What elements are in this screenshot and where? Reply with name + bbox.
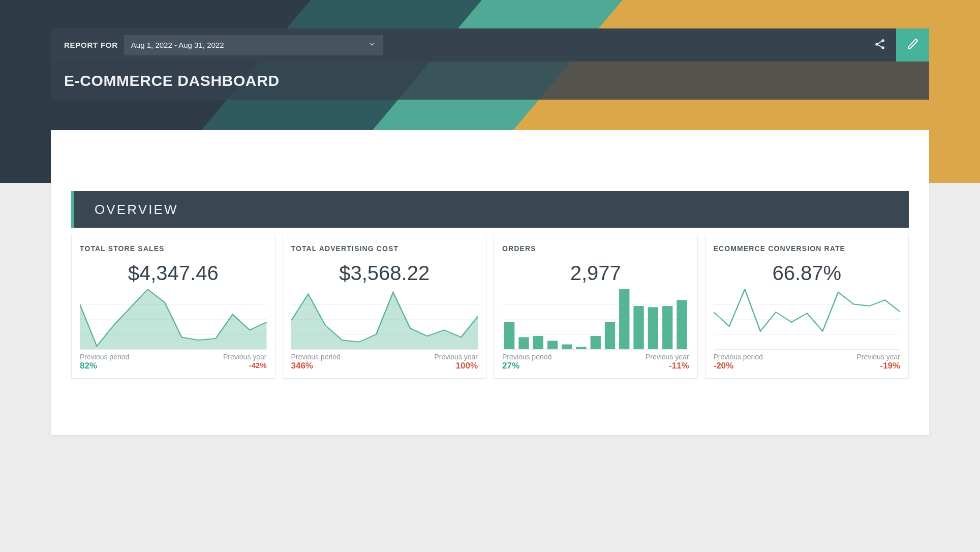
card-ecommerce-conversion-rate: ECOMMERCE CONVERSION RATE 66.87% Previou… <box>705 234 909 379</box>
date-range-value: Aug 1, 2022 - Aug 31, 2022 <box>131 41 224 49</box>
svg-rect-23 <box>633 306 644 349</box>
overview-cards: TOTAL STORE SALES $4,347.46 Previous per… <box>71 234 909 379</box>
prev-year-pct: -11% <box>669 361 689 371</box>
page-title: E-COMMERCE DASHBOARD <box>64 72 280 89</box>
overview-header: OVERVIEW <box>71 191 909 228</box>
prev-year-pct: -19% <box>880 361 900 371</box>
card-value: 2,977 <box>502 262 689 285</box>
card-compare: Previous period 82% Previous year -42% <box>80 353 267 371</box>
svg-rect-25 <box>662 306 672 349</box>
card-value: $3,568.22 <box>291 262 478 285</box>
prev-period-label: Previous period <box>502 353 552 361</box>
svg-rect-15 <box>518 337 529 349</box>
report-topbar: REPORT FOR Aug 1, 2022 - Aug 31, 2022 <box>51 28 929 62</box>
share-icon <box>874 38 886 52</box>
svg-rect-19 <box>576 347 586 349</box>
prev-period-pct: 82% <box>80 361 129 371</box>
card-compare: Previous period 346% Previous year 100% <box>291 353 478 371</box>
date-range-select[interactable]: Aug 1, 2022 - Aug 31, 2022 <box>124 35 383 55</box>
card-value: $4,347.46 <box>80 262 267 285</box>
sparkline-chart <box>502 289 689 350</box>
svg-rect-20 <box>591 336 601 349</box>
sparkline-chart <box>714 289 901 350</box>
prev-period-label: Previous period <box>80 353 129 361</box>
prev-year-label: Previous year <box>646 353 689 361</box>
content-panel: OVERVIEW TOTAL STORE SALES $4,347.46 Pre… <box>51 130 929 435</box>
prev-year-pct: -42% <box>249 361 266 370</box>
report-for-label: REPORT FOR <box>64 41 118 49</box>
prev-period-pct: 27% <box>502 361 552 371</box>
card-title: TOTAL ADVERTISING COST <box>291 244 478 253</box>
card-value: 66.87% <box>714 262 901 285</box>
card-compare: Previous period 27% Previous year -11% <box>502 353 689 371</box>
prev-period-pct: -20% <box>714 361 763 371</box>
card-total-advertising-cost: TOTAL ADVERTISING COST $3,568.22 Previou… <box>283 234 487 379</box>
prev-period-label: Previous period <box>714 353 763 361</box>
pencil-icon <box>907 38 919 52</box>
svg-rect-21 <box>605 322 615 349</box>
prev-period-label: Previous period <box>291 353 341 361</box>
share-button[interactable] <box>863 28 896 62</box>
svg-rect-22 <box>619 289 629 349</box>
card-title: ORDERS <box>502 244 689 253</box>
overview-heading: OVERVIEW <box>95 202 178 218</box>
sparkline-chart <box>291 289 478 350</box>
svg-rect-14 <box>504 322 514 349</box>
card-orders: ORDERS 2,977 Previous period 27% Previou… <box>494 234 698 379</box>
card-title: ECOMMERCE CONVERSION RATE <box>714 244 901 253</box>
svg-line-4 <box>878 45 882 47</box>
edit-button[interactable] <box>896 28 929 62</box>
svg-rect-24 <box>648 307 658 349</box>
prev-year-label: Previous year <box>223 353 267 361</box>
svg-line-3 <box>878 41 882 44</box>
svg-rect-26 <box>677 300 687 349</box>
sparkline-chart <box>80 289 267 350</box>
svg-rect-17 <box>547 341 558 349</box>
card-total-store-sales: TOTAL STORE SALES $4,347.46 Previous per… <box>71 234 275 379</box>
prev-period-pct: 346% <box>291 361 341 371</box>
card-compare: Previous period -20% Previous year -19% <box>714 353 901 371</box>
prev-year-label: Previous year <box>434 353 478 361</box>
svg-rect-18 <box>562 345 572 349</box>
svg-rect-16 <box>533 336 543 349</box>
card-title: TOTAL STORE SALES <box>80 244 267 253</box>
page-title-bar: E-COMMERCE DASHBOARD <box>51 62 929 100</box>
prev-year-label: Previous year <box>856 353 900 361</box>
prev-year-pct: 100% <box>456 361 478 371</box>
chevron-down-icon <box>368 40 376 50</box>
